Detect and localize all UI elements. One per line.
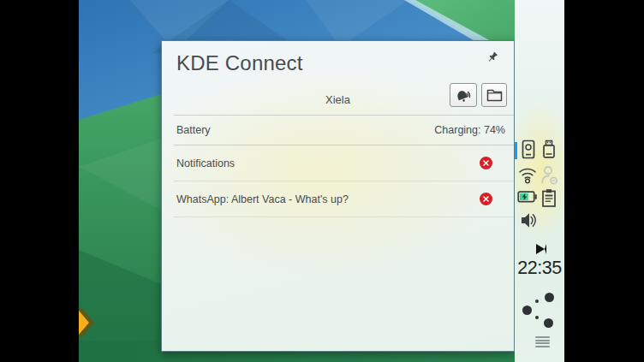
clipboard-icon [541,188,557,208]
system-tray-panel: 22:35 [515,0,564,362]
battery-row: Battery Charging: 74% [162,116,514,145]
tray-user-switcher-button[interactable] [540,164,559,186]
close-x-icon [483,196,489,202]
close-x-icon [483,160,489,166]
tray-removable-device-button[interactable] [541,139,557,159]
device-buttons [450,83,507,107]
tray-kdeconnect-button[interactable] [521,139,536,159]
battery-label: Battery [176,124,211,136]
notification-label: Notifications [176,157,235,169]
user-switcher-icon [540,164,559,186]
dismiss-notification-button[interactable] [480,157,492,169]
tray-clipboard-button[interactable] [541,188,557,208]
notification-row: Notifications [162,145,514,181]
device-dots-widget[interactable] [515,291,564,330]
tray-battery-button[interactable] [517,190,538,204]
tray-network-button[interactable] [517,165,538,184]
dot [522,306,532,315]
bell-ring-icon [455,88,472,103]
popup-title: KDE Connect [176,51,303,75]
wifi-icon [517,165,538,184]
kdeconnect-popup: KDE Connect Xiela [161,40,515,352]
removable-device-icon [541,139,557,159]
panel-toolbox-button[interactable] [535,336,550,348]
hamburger-menu-icon [535,336,550,338]
dot [535,316,539,319]
digital-clock[interactable]: 22:35 [515,258,564,279]
kdeconnect-phone-icon [521,139,536,159]
separator [174,217,514,217]
notification-label: WhatsApp: Albert Vaca - What's up? [176,193,349,205]
tray-expander-arrow-icon[interactable] [536,244,546,254]
dot [545,293,554,302]
browse-device-button[interactable] [481,83,507,107]
pin-icon [486,51,498,63]
notification-row: WhatsApp: Albert Vaca - What's up? [162,181,514,217]
battery-status: Charging: 74% [434,124,505,136]
tray-volume-button[interactable] [520,211,538,229]
dot [544,318,553,328]
audio-volume-icon [520,211,538,229]
ring-device-button[interactable] [450,83,477,107]
pin-button[interactable] [485,50,500,65]
dot [535,300,539,303]
dismiss-notification-button[interactable] [480,193,492,205]
popup-header: KDE Connect [162,41,514,86]
device-row: Xiela [162,86,514,115]
active-applet-indicator [515,142,517,159]
battery-charging-icon [517,190,538,204]
folder-icon [486,88,503,102]
